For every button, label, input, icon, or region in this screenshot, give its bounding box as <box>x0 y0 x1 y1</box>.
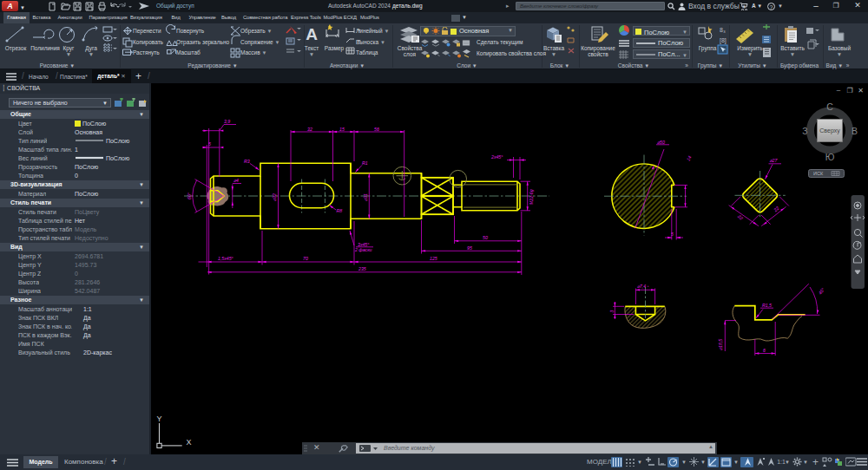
svg-text:С: С <box>826 101 833 112</box>
svg-text:5: 5 <box>208 141 211 147</box>
svg-text:В: В <box>852 126 858 136</box>
svg-text:⌀32: ⌀32 <box>272 193 277 201</box>
svg-text:✕: ✕ <box>858 87 864 95</box>
svg-text:5: 5 <box>671 232 674 237</box>
svg-text:56: 56 <box>374 127 379 132</box>
svg-text:125: 125 <box>430 256 437 261</box>
svg-text:Сверху: Сверху <box>819 127 840 134</box>
svg-text:3: 3 <box>609 310 615 313</box>
svg-text:3,9: 3,9 <box>224 119 230 124</box>
svg-text:14: 14 <box>686 154 693 161</box>
svg-text:–: – <box>837 86 841 94</box>
svg-text:2 фаски: 2 фаски <box>354 247 372 252</box>
svg-text:50: 50 <box>483 235 488 240</box>
svg-text:15: 15 <box>339 127 345 132</box>
svg-text:⌀27: ⌀27 <box>770 158 779 163</box>
svg-text:R8: R8 <box>337 208 343 213</box>
svg-text:X: X <box>187 438 192 447</box>
svg-text:3х45°: 3х45° <box>358 242 369 247</box>
svg-text:[8]: [8] <box>720 37 727 44</box>
svg-text:⌀31: ⌀31 <box>363 193 368 201</box>
svg-text:R1: R1 <box>362 160 368 166</box>
svg-text:22: 22 <box>772 206 779 213</box>
svg-text:М22-6g: М22-6g <box>529 189 534 205</box>
svg-text:1,5х45°: 1,5х45° <box>218 256 233 261</box>
svg-text:⌀18,5: ⌀18,5 <box>718 339 723 350</box>
svg-text:32: 32 <box>307 127 312 132</box>
svg-text:2х45°: 2х45° <box>490 154 503 160</box>
svg-text:R3: R3 <box>244 159 250 164</box>
svg-text:⌀50: ⌀50 <box>657 140 665 145</box>
svg-text:70: 70 <box>303 256 308 261</box>
svg-text:З: З <box>802 126 807 136</box>
svg-text:22: 22 <box>736 213 744 221</box>
svg-text:45°: 45° <box>818 287 826 296</box>
svg-text:+: + <box>648 284 649 288</box>
svg-text:8₃: 8₃ <box>720 27 726 33</box>
svg-text:235: 235 <box>358 266 366 271</box>
svg-text:⌀4: ⌀4 <box>233 178 239 183</box>
svg-text:R1,5: R1,5 <box>762 303 772 308</box>
svg-text:A: A <box>306 25 318 43</box>
svg-text:Ю: Ю <box>825 152 835 162</box>
svg-text:6: 6 <box>763 348 766 353</box>
svg-text:60°: 60° <box>187 193 192 199</box>
svg-text:⌀7,4: ⌀7,4 <box>637 284 646 289</box>
svg-text:ИСК: ИСК <box>813 171 824 176</box>
svg-text:❐: ❐ <box>846 87 852 95</box>
svg-text:Y: Y <box>156 415 161 423</box>
svg-text:95: 95 <box>467 245 472 251</box>
